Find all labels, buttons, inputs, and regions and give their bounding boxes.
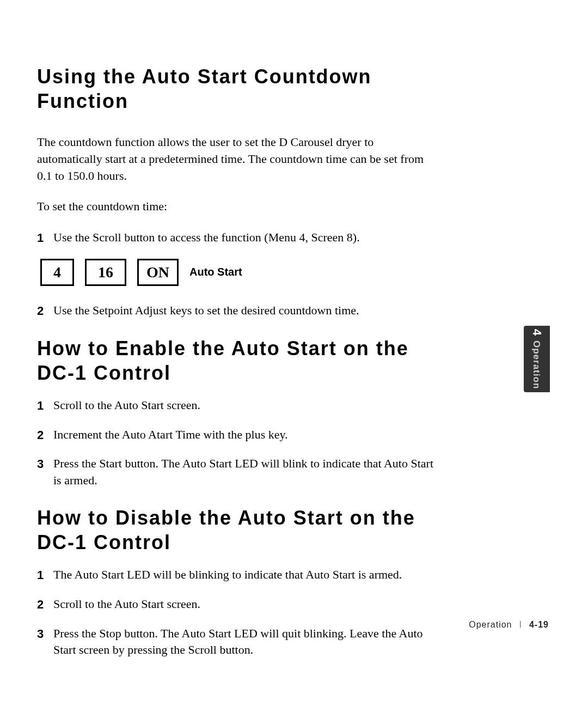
disable-step-3: 3 Press the Stop button. The Auto Start … [37,625,434,659]
side-tab: 4Operation [524,326,550,392]
disable-step-2: 2 Scroll to the Auto Start screen. [37,596,434,613]
enable-step-1: 1 Scroll to the Auto Start screen. [37,397,434,415]
disable-step-1: 1 The Auto Start LED will be blinking to… [37,567,434,584]
step-text: Use the Setpoint Adjust keys to set the … [53,302,434,319]
lcd-screen-cell: 16 [85,259,126,286]
enable-step-3: 3 Press the Start button. The Auto Start… [37,455,434,489]
heading-auto-start-countdown: Using the Auto Start Countdown Function [37,64,434,113]
side-tab-number: 4 [530,329,544,336]
step-1-set-countdown: 1 Use the Scroll button to access the fu… [37,229,434,247]
step-number: 3 [37,456,50,473]
step-2-set-countdown: 2 Use the Setpoint Adjust keys to set th… [37,302,434,320]
side-tab-text: 4Operation [530,329,544,389]
side-tab-label: Operation [531,340,542,389]
lcd-menu-cell: 4 [40,259,74,286]
lcd-display-row: 4 16 ON Auto Start [40,259,434,286]
step-number: 1 [37,230,50,247]
step-number: 2 [37,427,50,444]
enable-step-2: 2 Increment the Auto Atart Time with the… [37,427,434,444]
step-number: 1 [37,398,50,415]
footer-section: Operation [469,620,512,629]
heading-enable-auto-start: How to Enable the Auto Start on the DC-1… [37,336,434,385]
intro-paragraph: The countdown function allows the user t… [37,134,434,184]
step-number: 2 [37,303,50,320]
lcd-state-cell: ON [137,259,179,286]
step-text: Increment the Auto Atart Time with the p… [53,427,434,443]
step-number: 3 [37,626,50,643]
heading-disable-auto-start: How to Disable the Auto Start on the DC-… [37,506,434,555]
lead-paragraph: To set the countdown time: [37,198,434,215]
step-text: The Auto Start LED will be blinking to i… [53,567,434,583]
step-text: Scroll to the Auto Start screen. [53,596,434,613]
page-footer: Operation l 4-19 [469,620,549,630]
footer-separator: l [519,620,522,629]
footer-page-number: 4-19 [529,620,549,629]
step-text: Scroll to the Auto Start screen. [53,397,434,414]
step-text: Use the Scroll button to access the func… [53,229,434,246]
step-number: 1 [37,567,50,584]
step-number: 2 [37,597,50,613]
step-text: Press the Start button. The Auto Start L… [53,455,434,489]
lcd-label: Auto Start [189,266,242,278]
step-text: Press the Stop button. The Auto Start LE… [53,625,434,659]
